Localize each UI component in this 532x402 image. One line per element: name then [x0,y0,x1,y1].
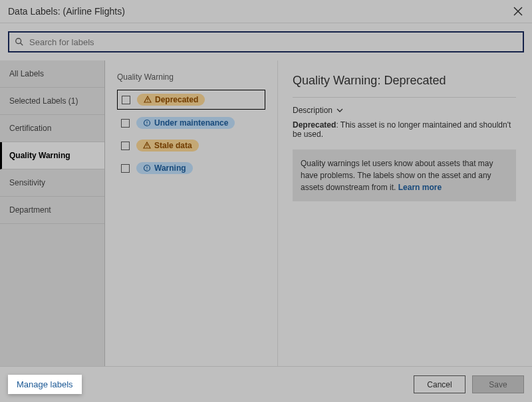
svg-point-8 [146,147,147,148]
maintenance-icon [143,119,151,127]
sidebar: All Labels Selected Labels (1) Certifica… [0,60,105,366]
checkbox-stale-data[interactable] [121,142,130,150]
label-pill: Stale data [136,140,199,151]
checkbox-warning[interactable] [121,164,130,173]
label-text: Deprecated [155,95,198,104]
detail-title: Quality Warning: Deprecated [293,74,516,88]
label-row-under-maintenance[interactable]: Under maintenance [117,114,265,132]
sidebar-item-selected-labels[interactable]: Selected Labels (1) [0,88,104,115]
label-group-title: Quality Warning [117,72,265,82]
dialog-title: Data Labels: (Airline Flights) [8,6,125,17]
label-text: Under maintenance [154,118,228,128]
sidebar-item-quality-warning[interactable]: Quality Warning [0,142,104,169]
close-button[interactable] [512,5,524,17]
label-pill: Warning [136,162,193,174]
search-input[interactable] [29,37,517,47]
sidebar-item-sensitivity[interactable]: Sensitivity [0,169,104,197]
label-row-stale-data[interactable]: Stale data [117,136,265,155]
checkbox-deprecated[interactable] [122,96,130,104]
svg-point-6 [146,124,147,125]
label-pill: Under maintenance [136,117,235,129]
description-heading: Description [293,106,332,115]
label-row-warning[interactable]: Warning [117,159,265,177]
svg-point-11 [146,169,147,170]
description-term: Deprecated [293,120,336,130]
description-toggle[interactable]: Description [293,106,516,115]
label-text: Warning [154,163,186,173]
svg-line-1 [21,43,23,46]
search-field[interactable] [8,31,524,52]
sidebar-item-department[interactable]: Department [0,197,104,224]
svg-point-3 [147,101,148,102]
label-row-deprecated[interactable]: Deprecated [117,90,265,110]
svg-point-0 [16,39,21,44]
warning-icon [144,96,152,104]
info-icon [143,164,151,172]
info-text: Quality warnings let users know about as… [301,159,493,192]
close-icon [513,7,523,16]
detail-panel: Quality Warning: Deprecated Description … [278,60,532,366]
warning-icon [143,142,151,150]
label-list-panel: Quality Warning Deprecated Under mainten… [105,60,278,366]
label-text: Stale data [154,141,192,150]
sidebar-item-all-labels[interactable]: All Labels [0,60,104,88]
label-pill: Deprecated [137,94,205,106]
description-body: Deprecated: This asset is no longer main… [293,120,516,139]
cancel-button[interactable]: Cancel [414,375,466,393]
save-button[interactable]: Save [472,375,524,393]
manage-labels-link[interactable]: Manage labels [8,375,82,394]
search-icon [15,37,24,47]
info-note: Quality warnings let users know about as… [293,150,516,201]
learn-more-link[interactable]: Learn more [398,183,442,192]
chevron-down-icon [336,107,343,114]
sidebar-item-certification[interactable]: Certification [0,115,104,142]
checkbox-under-maintenance[interactable] [121,119,130,128]
